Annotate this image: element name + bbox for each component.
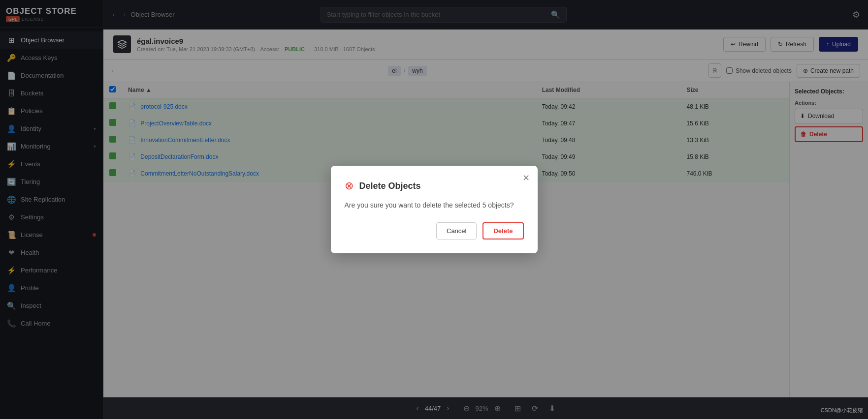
modal-delete-button[interactable]: Delete xyxy=(482,222,523,239)
modal-footer: Cancel Delete xyxy=(345,222,524,239)
modal-body: Are you sure you want to delete the sele… xyxy=(345,200,524,210)
modal-error-icon: ⊗ xyxy=(345,180,354,192)
watermark: CSDN@小花皮猪 xyxy=(821,407,863,414)
modal-close-button[interactable]: ✕ xyxy=(522,173,530,183)
modal-header: ⊗ Delete Objects xyxy=(345,180,524,192)
modal-overlay: ✕ ⊗ Delete Objects Are you sure you want… xyxy=(0,0,868,419)
modal-title: Delete Objects xyxy=(359,181,421,191)
delete-objects-modal: ✕ ⊗ Delete Objects Are you sure you want… xyxy=(331,166,538,253)
modal-cancel-button[interactable]: Cancel xyxy=(436,222,477,239)
